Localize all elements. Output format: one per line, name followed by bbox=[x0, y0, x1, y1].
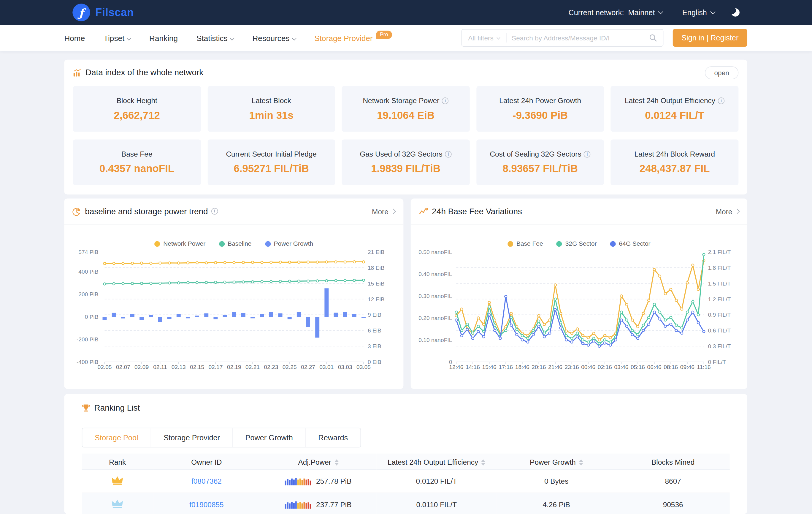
svg-text:0.30 nanoFIL: 0.30 nanoFIL bbox=[418, 293, 452, 299]
svg-text:2.1 FIL/T: 2.1 FIL/T bbox=[708, 249, 731, 255]
power-trend-title: baseline and storage power trend bbox=[85, 207, 208, 216]
tab-rewards[interactable]: Rewards bbox=[306, 428, 360, 447]
stat-label-text: Network Storage Power bbox=[363, 97, 439, 105]
rank-crown-icon bbox=[111, 499, 124, 509]
nav-item-storage-provider[interactable]: Storage ProviderPro bbox=[314, 33, 392, 43]
nav-item-label: Home bbox=[64, 33, 85, 43]
search-icon[interactable] bbox=[649, 33, 657, 42]
base-fee-more-link[interactable]: More bbox=[716, 207, 739, 215]
stat-label-text: Latest Block bbox=[252, 97, 291, 105]
stat-card-block-height: Block Height2,662,712 bbox=[73, 86, 201, 132]
tab-storage-pool[interactable]: Storage Pool bbox=[82, 428, 150, 447]
sign-in-register-button[interactable]: Sign in | Register bbox=[672, 29, 747, 47]
info-icon[interactable]: i bbox=[718, 97, 725, 104]
language-value: English bbox=[682, 8, 707, 17]
svg-text:02.05: 02.05 bbox=[97, 364, 112, 370]
stat-card-gas-used-of-32g-sectors: Gas Used of 32G Sectorsi1.9839 FIL/TiB bbox=[342, 139, 469, 185]
stat-label-text: Block Height bbox=[117, 97, 157, 105]
power-trend-header: baseline and storage power trend i More bbox=[64, 198, 403, 224]
stat-value: 19.1064 EiB bbox=[377, 109, 434, 121]
svg-text:3 EiB: 3 EiB bbox=[368, 343, 381, 349]
adj-power-text: 237.77 PiB bbox=[316, 501, 352, 509]
dark-mode-toggle-moon-icon[interactable] bbox=[731, 8, 740, 17]
column-header-latest-24h-output-efficiency[interactable]: Latest 24h Output Efficiency bbox=[377, 454, 496, 469]
open-button[interactable]: open bbox=[705, 66, 738, 79]
nav-item-home[interactable]: Home bbox=[64, 33, 85, 43]
stat-label: Block Height bbox=[117, 97, 157, 105]
info-icon[interactable]: i bbox=[442, 97, 449, 104]
filscan-logo-icon: ƒ bbox=[72, 4, 90, 21]
cell-power-growth: 4.26 PiB bbox=[496, 493, 616, 514]
brand-name: Filscan bbox=[95, 6, 134, 19]
tab-storage-provider[interactable]: Storage Provider bbox=[151, 428, 232, 447]
stat-value: -9.3690 PiB bbox=[513, 109, 568, 121]
stat-label: Latest 24h Output Efficiencyi bbox=[625, 97, 725, 105]
nav-item-label: Statistics bbox=[197, 33, 228, 43]
trophy-icon bbox=[82, 404, 90, 412]
nav-item-label: Ranking bbox=[149, 33, 178, 43]
column-header-owner-id: Owner ID bbox=[153, 454, 260, 469]
search-area: All filters Sign in | Register bbox=[462, 29, 748, 47]
nav-item-ranking[interactable]: Ranking bbox=[149, 33, 178, 43]
cell-rank bbox=[82, 469, 153, 493]
stat-label: Network Storage Poweri bbox=[363, 97, 448, 105]
nav-item-label: Resources bbox=[252, 33, 289, 43]
svg-text:1.5 FIL/T: 1.5 FIL/T bbox=[708, 280, 731, 287]
page: ƒ Filscan Current network: Mainnet Engli… bbox=[0, 0, 812, 514]
nav-item-tipset[interactable]: Tipset bbox=[104, 33, 130, 43]
power-trend-more-link[interactable]: More bbox=[372, 207, 395, 215]
column-header-power-growth[interactable]: Power Growth bbox=[496, 454, 616, 469]
cell-output-efficiency: 0.0120 FIL/T bbox=[377, 469, 496, 493]
nav-item-resources[interactable]: Resources bbox=[252, 33, 296, 43]
stat-value: 248,437.87 FIL bbox=[640, 163, 710, 175]
chevron-right-icon bbox=[734, 209, 740, 214]
top-header: ƒ Filscan Current network: Mainnet Engli… bbox=[0, 0, 812, 25]
svg-text:-400 PiB: -400 PiB bbox=[77, 359, 98, 365]
stat-card-latest-24h-power-growth: Latest 24h Power Growth-9.3690 PiB bbox=[476, 86, 604, 132]
all-filters-dropdown[interactable]: All filters bbox=[462, 34, 506, 42]
svg-text:0.6 FIL/T: 0.6 FIL/T bbox=[708, 327, 731, 334]
svg-text:15:46: 15:46 bbox=[482, 364, 496, 370]
ranking-tabs: Storage PoolStorage ProviderPower Growth… bbox=[82, 428, 361, 448]
svg-text:05:16: 05:16 bbox=[631, 364, 645, 370]
info-icon[interactable]: i bbox=[445, 151, 452, 158]
rank-crown-icon bbox=[111, 476, 124, 485]
ranking-header: Ranking List bbox=[82, 402, 730, 414]
stat-value: 1.9839 FIL/TiB bbox=[371, 163, 440, 175]
svg-text:1.8 FIL/T: 1.8 FIL/T bbox=[708, 265, 731, 271]
info-icon[interactable]: i bbox=[584, 151, 590, 158]
tab-power-growth[interactable]: Power Growth bbox=[232, 428, 306, 447]
column-header-rank: Rank bbox=[82, 454, 153, 469]
svg-text:6 EiB: 6 EiB bbox=[368, 327, 381, 334]
stat-label-text: Latest 24h Block Reward bbox=[634, 150, 715, 158]
stat-card-latest-24h-output-efficiency: Latest 24h Output Efficiencyi0.0124 FIL/… bbox=[611, 86, 738, 132]
chevron-down-icon bbox=[496, 35, 500, 39]
nav-item-label: Tipset bbox=[104, 33, 124, 43]
chevron-down-icon bbox=[658, 9, 663, 14]
nav-item-statistics[interactable]: Statistics bbox=[197, 33, 234, 43]
stat-label-text: Base Fee bbox=[121, 150, 152, 158]
base-fee-chart[interactable]: 0.50 nanoFIL0.40 nanoFIL0.30 nanoFIL0.20… bbox=[411, 244, 747, 374]
column-label: Adj.Power bbox=[298, 458, 331, 466]
stat-label: Latest Block bbox=[252, 97, 291, 105]
sort-icon[interactable] bbox=[579, 459, 583, 466]
sort-icon[interactable] bbox=[334, 459, 338, 466]
svg-text:1.2 FIL/T: 1.2 FIL/T bbox=[708, 296, 731, 302]
column-header-adj-power[interactable]: Adj.Power bbox=[260, 454, 377, 469]
section-title-data-index: Data index of the whole network bbox=[85, 68, 203, 77]
logo-glyph: ƒ bbox=[79, 6, 84, 19]
svg-text:0.50 nanoFIL: 0.50 nanoFIL bbox=[418, 249, 452, 255]
owner-link[interactable]: f0807362 bbox=[192, 477, 222, 485]
svg-text:02.21: 02.21 bbox=[245, 364, 260, 370]
stat-value: 0.4357 nanoFIL bbox=[99, 163, 174, 175]
chevron-right-icon bbox=[391, 209, 396, 214]
info-icon[interactable]: i bbox=[211, 208, 218, 215]
network-selector[interactable]: Current network: Mainnet bbox=[568, 8, 662, 17]
sort-icon[interactable] bbox=[482, 459, 486, 466]
language-selector[interactable]: English bbox=[682, 8, 715, 17]
power-trend-chart[interactable]: 574 PiB400 PiB200 PiB0 PiB-200 PiB-400 P… bbox=[64, 244, 403, 374]
search-input[interactable] bbox=[506, 34, 649, 42]
filscan-logo[interactable]: ƒ Filscan bbox=[72, 4, 134, 21]
svg-text:02.19: 02.19 bbox=[227, 364, 241, 370]
owner-link[interactable]: f01900855 bbox=[190, 501, 224, 509]
